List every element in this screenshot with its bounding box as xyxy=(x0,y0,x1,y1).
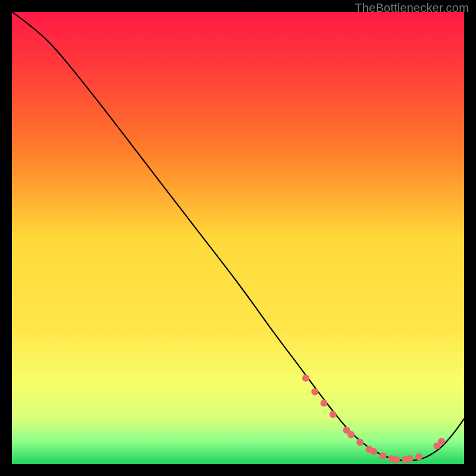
highlight-dot xyxy=(415,453,422,461)
highlight-dot xyxy=(330,411,337,418)
highlight-dot xyxy=(320,399,327,406)
chart-background xyxy=(12,12,464,464)
highlight-dot xyxy=(379,452,386,459)
highlight-dot xyxy=(302,375,309,382)
highlight-dot xyxy=(370,448,377,455)
highlight-dot xyxy=(311,388,318,395)
highlight-dot xyxy=(438,438,445,445)
highlight-dot xyxy=(406,455,414,462)
highlight-dot xyxy=(393,456,400,463)
highlight-dot xyxy=(356,439,364,446)
chart-svg xyxy=(12,12,464,464)
chart-frame: TheBottlenecker.com xyxy=(0,0,476,476)
highlight-dot xyxy=(347,431,355,439)
